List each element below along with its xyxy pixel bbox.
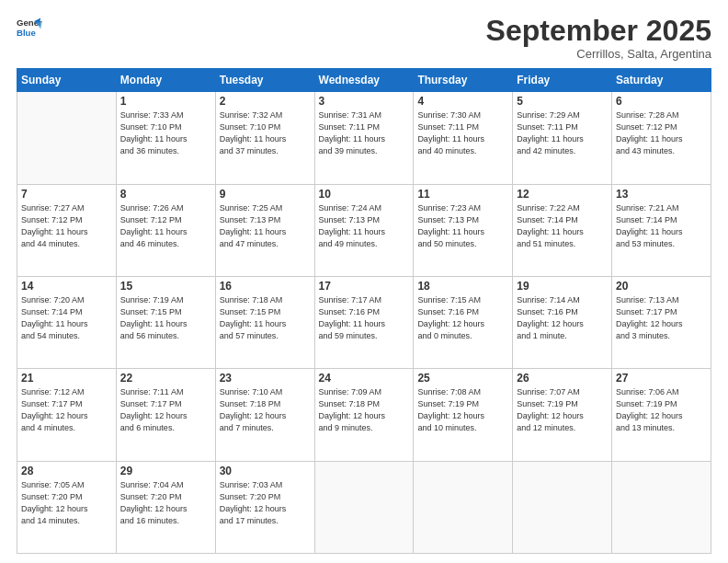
table-row: 27Sunrise: 7:06 AMSunset: 7:19 PMDayligh… xyxy=(612,369,711,461)
table-row: 11Sunrise: 7:23 AMSunset: 7:13 PMDayligh… xyxy=(414,184,513,276)
day-info: Sunrise: 7:03 AMSunset: 7:20 PMDaylight:… xyxy=(220,479,311,527)
calendar-table: Sunday Monday Tuesday Wednesday Thursday… xyxy=(17,68,711,554)
day-info: Sunrise: 7:12 AMSunset: 7:17 PMDaylight:… xyxy=(21,386,112,434)
day-info: Sunrise: 7:31 AMSunset: 7:11 PMDaylight:… xyxy=(319,109,410,157)
day-info: Sunrise: 7:10 AMSunset: 7:18 PMDaylight:… xyxy=(220,386,311,434)
table-row: 22Sunrise: 7:11 AMSunset: 7:17 PMDayligh… xyxy=(116,369,215,461)
table-row: 1Sunrise: 7:33 AMSunset: 7:10 PMDaylight… xyxy=(116,92,215,184)
day-info: Sunrise: 7:19 AMSunset: 7:15 PMDaylight:… xyxy=(120,294,211,342)
table-row: 8Sunrise: 7:26 AMSunset: 7:12 PMDaylight… xyxy=(116,184,215,276)
subtitle: Cerrillos, Salta, Argentina xyxy=(486,47,711,61)
day-info: Sunrise: 7:14 AMSunset: 7:16 PMDaylight:… xyxy=(517,294,608,342)
day-number: 6 xyxy=(616,95,707,108)
day-number: 11 xyxy=(417,188,508,201)
table-row: 2Sunrise: 7:32 AMSunset: 7:10 PMDaylight… xyxy=(215,92,314,184)
table-row: 20Sunrise: 7:13 AMSunset: 7:17 PMDayligh… xyxy=(612,276,711,368)
table-row: 16Sunrise: 7:18 AMSunset: 7:15 PMDayligh… xyxy=(215,276,314,368)
day-info: Sunrise: 7:25 AMSunset: 7:13 PMDaylight:… xyxy=(220,202,311,250)
table-row: 24Sunrise: 7:09 AMSunset: 7:18 PMDayligh… xyxy=(314,369,414,461)
day-number: 21 xyxy=(21,372,112,385)
table-row: 19Sunrise: 7:14 AMSunset: 7:16 PMDayligh… xyxy=(513,276,612,368)
calendar-week-4: 28Sunrise: 7:05 AMSunset: 7:20 PMDayligh… xyxy=(17,461,711,553)
table-row: 5Sunrise: 7:29 AMSunset: 7:11 PMDaylight… xyxy=(513,92,612,184)
table-row: 10Sunrise: 7:24 AMSunset: 7:13 PMDayligh… xyxy=(314,184,414,276)
day-number: 14 xyxy=(21,280,112,293)
table-row: 29Sunrise: 7:04 AMSunset: 7:20 PMDayligh… xyxy=(116,461,215,553)
day-number: 9 xyxy=(220,188,311,201)
page: General Blue September 2025 Cerrillos, S… xyxy=(0,0,728,563)
table-row xyxy=(17,92,117,184)
day-info: Sunrise: 7:27 AMSunset: 7:12 PMDaylight:… xyxy=(21,202,112,250)
table-row: 7Sunrise: 7:27 AMSunset: 7:12 PMDaylight… xyxy=(17,184,117,276)
day-info: Sunrise: 7:33 AMSunset: 7:10 PMDaylight:… xyxy=(120,109,211,157)
table-row: 3Sunrise: 7:31 AMSunset: 7:11 PMDaylight… xyxy=(314,92,414,184)
title-block: September 2025 Cerrillos, Salta, Argenti… xyxy=(486,15,711,61)
table-row: 6Sunrise: 7:28 AMSunset: 7:12 PMDaylight… xyxy=(612,92,711,184)
table-row xyxy=(314,461,414,553)
day-info: Sunrise: 7:20 AMSunset: 7:14 PMDaylight:… xyxy=(21,294,112,342)
day-info: Sunrise: 7:07 AMSunset: 7:19 PMDaylight:… xyxy=(517,386,608,434)
table-row: 18Sunrise: 7:15 AMSunset: 7:16 PMDayligh… xyxy=(414,276,513,368)
day-info: Sunrise: 7:11 AMSunset: 7:17 PMDaylight:… xyxy=(120,386,211,434)
day-number: 29 xyxy=(120,465,211,477)
day-number: 15 xyxy=(120,280,211,293)
day-number: 26 xyxy=(517,372,608,385)
day-number: 22 xyxy=(120,372,211,385)
logo-icon: General Blue xyxy=(17,15,42,40)
day-info: Sunrise: 7:17 AMSunset: 7:16 PMDaylight:… xyxy=(319,294,410,342)
day-number: 13 xyxy=(616,188,707,201)
day-info: Sunrise: 7:18 AMSunset: 7:15 PMDaylight:… xyxy=(220,294,311,342)
table-row: 9Sunrise: 7:25 AMSunset: 7:13 PMDaylight… xyxy=(215,184,314,276)
header: General Blue September 2025 Cerrillos, S… xyxy=(17,15,711,61)
day-info: Sunrise: 7:15 AMSunset: 7:16 PMDaylight:… xyxy=(417,294,508,342)
table-row: 25Sunrise: 7:08 AMSunset: 7:19 PMDayligh… xyxy=(414,369,513,461)
day-number: 19 xyxy=(517,280,608,293)
col-saturday: Saturday xyxy=(612,69,711,92)
table-row: 30Sunrise: 7:03 AMSunset: 7:20 PMDayligh… xyxy=(215,461,314,553)
day-info: Sunrise: 7:29 AMSunset: 7:11 PMDaylight:… xyxy=(517,109,608,157)
day-number: 4 xyxy=(417,95,508,108)
day-number: 17 xyxy=(319,280,410,293)
table-row xyxy=(612,461,711,553)
day-number: 20 xyxy=(616,280,707,293)
day-info: Sunrise: 7:32 AMSunset: 7:10 PMDaylight:… xyxy=(220,109,311,157)
day-number: 8 xyxy=(120,188,211,201)
day-info: Sunrise: 7:04 AMSunset: 7:20 PMDaylight:… xyxy=(120,479,211,527)
table-row xyxy=(513,461,612,553)
day-info: Sunrise: 7:09 AMSunset: 7:18 PMDaylight:… xyxy=(319,386,410,434)
table-row: 17Sunrise: 7:17 AMSunset: 7:16 PMDayligh… xyxy=(314,276,414,368)
table-row: 4Sunrise: 7:30 AMSunset: 7:11 PMDaylight… xyxy=(414,92,513,184)
day-number: 12 xyxy=(517,188,608,201)
logo: General Blue xyxy=(17,15,42,40)
day-number: 16 xyxy=(220,280,311,293)
calendar-week-2: 14Sunrise: 7:20 AMSunset: 7:14 PMDayligh… xyxy=(17,276,711,368)
day-number: 30 xyxy=(220,465,311,477)
col-wednesday: Wednesday xyxy=(314,69,414,92)
day-number: 2 xyxy=(220,95,311,108)
table-row: 26Sunrise: 7:07 AMSunset: 7:19 PMDayligh… xyxy=(513,369,612,461)
table-row: 28Sunrise: 7:05 AMSunset: 7:20 PMDayligh… xyxy=(17,461,117,553)
day-info: Sunrise: 7:30 AMSunset: 7:11 PMDaylight:… xyxy=(417,109,508,157)
table-row: 14Sunrise: 7:20 AMSunset: 7:14 PMDayligh… xyxy=(17,276,117,368)
day-number: 3 xyxy=(319,95,410,108)
day-info: Sunrise: 7:08 AMSunset: 7:19 PMDaylight:… xyxy=(417,386,508,434)
col-tuesday: Tuesday xyxy=(215,69,314,92)
table-row: 15Sunrise: 7:19 AMSunset: 7:15 PMDayligh… xyxy=(116,276,215,368)
day-info: Sunrise: 7:13 AMSunset: 7:17 PMDaylight:… xyxy=(616,294,707,342)
table-row: 12Sunrise: 7:22 AMSunset: 7:14 PMDayligh… xyxy=(513,184,612,276)
col-sunday: Sunday xyxy=(17,69,117,92)
svg-text:Blue: Blue xyxy=(17,28,36,38)
table-row: 13Sunrise: 7:21 AMSunset: 7:14 PMDayligh… xyxy=(612,184,711,276)
table-row: 23Sunrise: 7:10 AMSunset: 7:18 PMDayligh… xyxy=(215,369,314,461)
day-number: 28 xyxy=(21,465,112,477)
day-info: Sunrise: 7:26 AMSunset: 7:12 PMDaylight:… xyxy=(120,202,211,250)
col-thursday: Thursday xyxy=(414,69,513,92)
day-info: Sunrise: 7:21 AMSunset: 7:14 PMDaylight:… xyxy=(616,202,707,250)
day-number: 24 xyxy=(319,372,410,385)
day-info: Sunrise: 7:28 AMSunset: 7:12 PMDaylight:… xyxy=(616,109,707,157)
table-row xyxy=(414,461,513,553)
day-info: Sunrise: 7:06 AMSunset: 7:19 PMDaylight:… xyxy=(616,386,707,434)
day-number: 23 xyxy=(220,372,311,385)
calendar-week-1: 7Sunrise: 7:27 AMSunset: 7:12 PMDaylight… xyxy=(17,184,711,276)
day-number: 10 xyxy=(319,188,410,201)
